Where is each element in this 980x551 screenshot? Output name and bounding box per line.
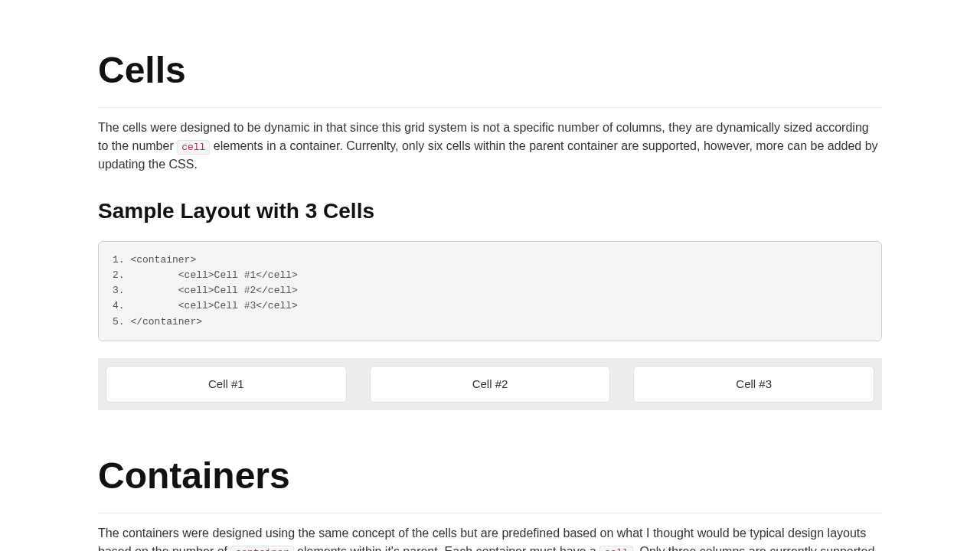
inline-code-cell-2: cell (599, 546, 632, 551)
demo-cell-1: Cell #1 (106, 366, 347, 403)
code-line-5: 5. </container> (113, 316, 202, 328)
demo-cell-2: Cell #2 (370, 366, 611, 403)
code-line-3: 3. <cell>Cell #2</cell> (113, 285, 298, 296)
inline-code-container: container (230, 546, 293, 551)
containers-description: The containers were designed using the s… (98, 524, 882, 551)
sample-layout-heading: Sample Layout with 3 Cells (98, 195, 882, 227)
demo-container-3cells: Cell #1 Cell #2 Cell #3 (98, 358, 882, 411)
inline-code-cell: cell (177, 140, 210, 155)
demo-cell-3: Cell #3 (633, 366, 874, 403)
containers-heading: Containers (98, 448, 882, 514)
cells-description: The cells were designed to be dynamic in… (98, 119, 882, 174)
code-sample-3cells: 1. <container> 2. <cell>Cell #1</cell> 3… (98, 241, 882, 341)
cells-desc-part2: elements in a container. Currenlty, only… (98, 139, 878, 171)
cells-heading: Cells (98, 43, 882, 108)
page-content: Cells The cells were designed to be dyna… (98, 0, 882, 551)
code-line-1: 1. <container> (113, 254, 196, 266)
code-line-4: 4. <cell>Cell #3</cell> (113, 300, 298, 311)
code-line-2: 2. <cell>Cell #1</cell> (113, 269, 298, 281)
containers-desc-part2: elements within it's parent. Each contai… (294, 545, 600, 551)
